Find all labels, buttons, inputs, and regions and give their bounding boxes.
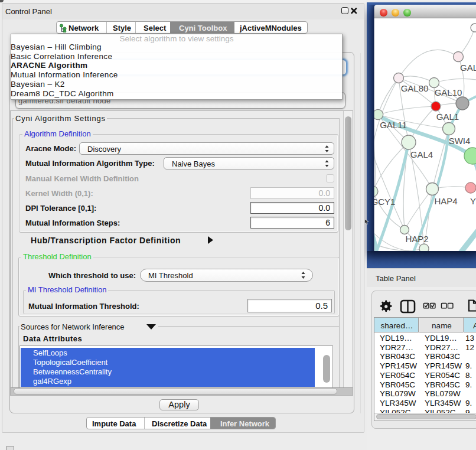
svg-text:GAL: GAL bbox=[460, 63, 476, 73]
svg-text:GAL80: GAL80 bbox=[401, 83, 429, 93]
svg-text:HAP4: HAP4 bbox=[434, 196, 457, 206]
svg-text:Y: Y bbox=[470, 196, 476, 206]
svg-text:GAL1: GAL1 bbox=[436, 112, 459, 122]
svg-text:GAL11: GAL11 bbox=[380, 120, 407, 130]
svg-text:SWI4: SWI4 bbox=[449, 136, 471, 146]
svg-text:GCY1: GCY1 bbox=[374, 197, 395, 207]
svg-text:GAL10: GAL10 bbox=[435, 87, 462, 97]
svg-text:HAP2: HAP2 bbox=[405, 234, 428, 244]
svg-text:GAL4: GAL4 bbox=[410, 149, 433, 159]
